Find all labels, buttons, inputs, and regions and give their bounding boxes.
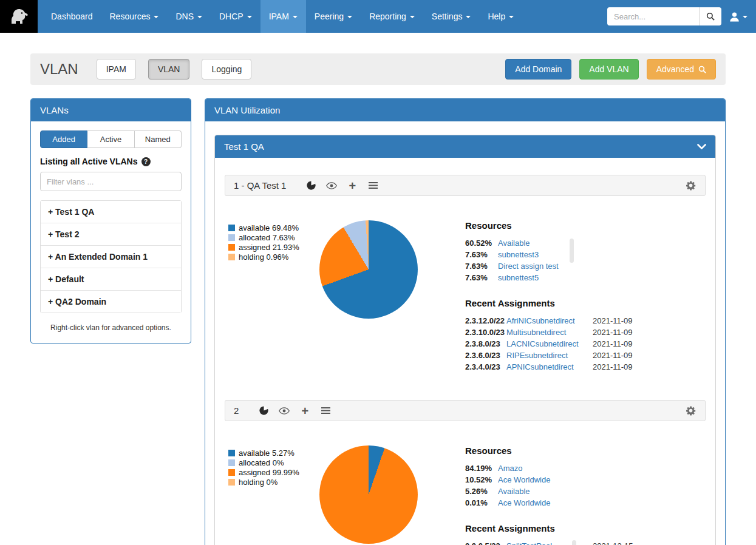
tab-ipam[interactable]: IPAM [97, 59, 136, 80]
pie-chart-icon[interactable] [258, 406, 269, 416]
legend-item: allocated 0% [228, 458, 319, 468]
caret-down-icon [154, 16, 158, 18]
assignment-link[interactable]: RIPEsubnetdirect [506, 351, 593, 360]
scrollbar[interactable] [570, 239, 574, 263]
page-header: VLAN IPAM VLAN Logging Add Domain Add VL… [30, 53, 726, 85]
eye-icon[interactable] [326, 181, 337, 191]
resource-link[interactable]: Ace Worldwide [498, 498, 550, 507]
domain-panel-title: Test 1 QA [224, 141, 264, 152]
assignment-link[interactable]: SplitTestPool [506, 541, 593, 545]
nav-label: Reporting [369, 12, 406, 21]
vlan-utilization-panel: VLAN Utilization Test 1 QA 1 - QA Test 1 [205, 98, 726, 545]
vlan-section-title: 1 - QA Test 1 [234, 180, 286, 191]
advanced-button[interactable]: Advanced [647, 59, 716, 80]
page-title: VLAN [40, 61, 78, 78]
domain-panel-header[interactable]: Test 1 QA [215, 135, 715, 158]
legend-item: available 5.27% [228, 449, 319, 458]
legend-item: holding 0.96% [228, 252, 319, 262]
resource-row: 7.63% Direct assign test [465, 262, 696, 271]
search-button[interactable] [700, 7, 721, 25]
listing-label-text: Listing all Active VLANs [40, 157, 138, 166]
scrollbar[interactable] [572, 540, 576, 545]
legend-label: available 5.27% [239, 449, 295, 458]
question-circle-icon[interactable]: ? [141, 157, 151, 166]
plus-icon[interactable]: + [347, 181, 358, 191]
filter-vlans-input[interactable] [40, 172, 182, 191]
legend-swatch [228, 469, 235, 476]
advanced-button-label: Advanced [656, 64, 694, 74]
assignment-cidr: 2.3.12.0/22 [465, 316, 506, 325]
vlans-tab-added[interactable]: Added [40, 130, 87, 148]
resource-row: 60.52% Available [465, 239, 696, 248]
resource-link[interactable]: Ace Worldwide [498, 475, 550, 484]
assignments-block: Recent Assignments 2.3.12.0/22 AfriNICsu… [465, 298, 696, 371]
assignment-row: 2.3.8.0/23 LACNICsubnetdirect 2021-11-09 [465, 339, 696, 348]
nav-item-reporting[interactable]: Reporting [361, 0, 423, 33]
resources-heading: Resources [465, 445, 696, 456]
user-menu[interactable] [729, 12, 747, 22]
nav-item-settings[interactable]: Settings [423, 0, 480, 33]
nav-item-dhcp[interactable]: DHCP [211, 0, 261, 33]
nav-item-peering[interactable]: Peering [306, 0, 361, 33]
vlan-list-item-extended-domain[interactable]: + An Extended Domain 1 [41, 245, 181, 268]
domain-panel-test1qa: Test 1 QA 1 - QA Test 1 [214, 135, 716, 545]
menu-icon[interactable] [320, 406, 331, 416]
caret-down-icon [247, 16, 252, 18]
vlan-list-item-test2[interactable]: + Test 2 [41, 223, 181, 245]
assignment-row: 2.3.4.0/23 APNICsubnetdirect 2021-11-09 [465, 362, 696, 371]
vlan-list-item-default[interactable]: + Default [41, 268, 181, 290]
nav-item-resources[interactable]: Resources [101, 0, 168, 33]
tab-vlan[interactable]: VLAN [148, 59, 190, 80]
assignment-cidr: 2.3.4.0/23 [465, 362, 506, 371]
gear-icon[interactable] [686, 181, 696, 191]
assignment-row: 2.3.6.0/23 RIPEsubnetdirect 2021-11-09 [465, 351, 696, 360]
resource-link[interactable]: Direct assign test [498, 262, 559, 271]
assignment-cidr: 2.3.10.0/23 [465, 328, 506, 337]
assignment-link[interactable]: LACNICsubnetdirect [506, 339, 593, 348]
caret-down-icon [466, 16, 471, 18]
nav-item-ipam[interactable]: IPAM [261, 0, 306, 33]
resource-link[interactable]: Amazo [498, 464, 522, 473]
nav-label: DHCP [219, 12, 243, 21]
utilization-pie-chart [319, 445, 418, 544]
resource-link[interactable]: subnettest3 [498, 250, 539, 259]
caret-down-icon [293, 16, 298, 18]
resource-link[interactable]: Available [498, 239, 530, 248]
gear-icon[interactable] [686, 406, 696, 416]
pie-chart-icon[interactable] [305, 181, 316, 191]
plus-icon[interactable]: + [299, 406, 310, 416]
eye-icon[interactable] [279, 406, 290, 416]
nav-label: Resources [110, 12, 151, 21]
caret-down-icon [347, 16, 352, 18]
chevron-down-icon[interactable] [697, 144, 706, 149]
add-domain-button[interactable]: Add Domain [505, 59, 571, 80]
resource-link[interactable]: subnettest5 [498, 273, 539, 282]
assignment-link[interactable]: Multisubnetdirect [506, 328, 593, 337]
menu-icon[interactable] [367, 181, 378, 191]
caret-down-icon [509, 16, 514, 18]
legend-label: allocated 0% [239, 458, 284, 468]
nav-item-help[interactable]: Help [479, 0, 522, 33]
listing-label: Listing all Active VLANs ? [40, 157, 182, 166]
vlan-list-item-qa2-domain[interactable]: + QA2 Domain [41, 290, 181, 313]
assignment-link[interactable]: AfriNICsubnetdirect [506, 316, 593, 325]
nav-item-dns[interactable]: DNS [167, 0, 211, 33]
vlan-section-1-body: available 69.48% allocated 7.63% assigne… [225, 196, 706, 391]
app-logo[interactable] [0, 0, 38, 33]
vlan-list-item-test1qa[interactable]: + Test 1 QA [41, 201, 181, 223]
vlans-tab-named[interactable]: Named [135, 130, 182, 148]
resource-link[interactable]: Available [498, 487, 530, 496]
resource-row: 10.52% Ace Worldwide [465, 475, 696, 484]
search-input[interactable] [607, 7, 700, 25]
tab-logging[interactable]: Logging [202, 59, 251, 80]
resource-row: 7.63% subnettest5 [465, 273, 696, 282]
legend-label: available 69.48% [239, 223, 299, 233]
nav-label: DNS [175, 12, 194, 21]
resource-row: 5.26% Available [465, 487, 696, 496]
resource-percent: 7.63% [465, 273, 498, 282]
add-vlan-button[interactable]: Add VLAN [579, 59, 638, 80]
vlan-section-2-body: available 5.27% allocated 0% assigned 99… [225, 421, 706, 545]
vlans-tab-active[interactable]: Active [87, 130, 134, 148]
nav-item-dashboard[interactable]: Dashboard [43, 0, 101, 33]
assignment-link[interactable]: APNICsubnetdirect [506, 362, 593, 371]
